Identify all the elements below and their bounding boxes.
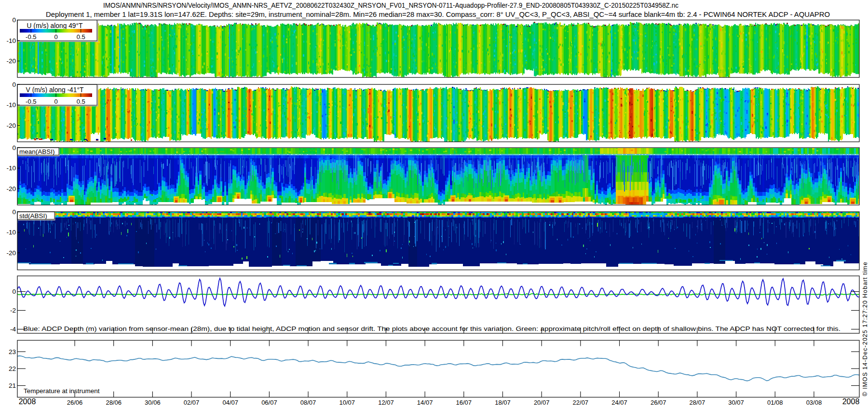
svg-text:18/07: 18/07 (495, 399, 511, 406)
svg-text:IMOS/ANMN/NRS/NRSYON/Velocity/: IMOS/ANMN/NRS/NRSYON/Velocity/IMOS_ANMN-… (103, 1, 678, 9)
svg-text:0.5: 0.5 (77, 33, 85, 41)
svg-text:14/07: 14/07 (417, 399, 433, 406)
svg-text:26/06: 26/06 (67, 399, 83, 406)
svg-text:0: 0 (12, 208, 16, 216)
svg-text:22/07: 22/07 (573, 399, 589, 406)
svg-text:0: 0 (12, 16, 16, 24)
svg-text:-10: -10 (6, 101, 16, 109)
svg-text:0: 0 (54, 33, 57, 41)
svg-text:-20: -20 (6, 185, 16, 192)
svg-text:0: 0 (12, 81, 16, 88)
svg-text:03/08: 03/08 (806, 399, 822, 406)
svg-text:U (m/s) along 49°T: U (m/s) along 49°T (27, 22, 83, 29)
svg-text:-10: -10 (6, 229, 16, 236)
svg-text:21: 21 (9, 382, 16, 389)
svg-text:mean(ABSI): mean(ABSI) (19, 148, 55, 155)
svg-text:-4: -4 (10, 326, 16, 333)
svg-text:© IMOS 14-Dec-2025 17:27:20 Ho: © IMOS 14-Dec-2025 17:27:20 Hobart time (862, 261, 868, 396)
svg-text:V (m/s) along -41°T: V (m/s) along -41°T (26, 86, 84, 94)
svg-text:24/07: 24/07 (611, 399, 627, 406)
svg-text:-10: -10 (6, 37, 16, 44)
svg-text:02/07: 02/07 (184, 399, 200, 406)
svg-text:01/08: 01/08 (767, 399, 783, 406)
svg-text:0: 0 (12, 144, 16, 151)
svg-text:0: 0 (54, 98, 57, 105)
svg-text:2008: 2008 (842, 397, 860, 406)
svg-text:16/07: 16/07 (456, 399, 472, 406)
svg-text:Deployment 1, member 1 lat=19.: Deployment 1, member 1 lat=19.31S lon=14… (46, 10, 830, 18)
svg-text:-0.5: -0.5 (26, 98, 36, 105)
svg-text:30/07: 30/07 (728, 399, 744, 406)
svg-text:04/07: 04/07 (222, 399, 238, 406)
svg-text:-20: -20 (6, 57, 16, 65)
svg-text:26/07: 26/07 (651, 399, 666, 406)
svg-text:23: 23 (9, 348, 16, 355)
svg-text:0: 0 (12, 288, 16, 295)
svg-text:28/07: 28/07 (690, 399, 705, 406)
svg-text:30/06: 30/06 (145, 399, 161, 406)
svg-text:-20: -20 (6, 122, 16, 129)
svg-text:2008: 2008 (19, 397, 36, 406)
svg-text:10/07: 10/07 (339, 399, 355, 406)
svg-text:28/06: 28/06 (106, 399, 122, 406)
svg-text:-0.5: -0.5 (26, 33, 36, 41)
svg-text:0.5: 0.5 (77, 98, 85, 105)
svg-text:12/07: 12/07 (378, 399, 394, 406)
svg-text:-10: -10 (6, 164, 16, 172)
svg-text:20/07: 20/07 (534, 399, 550, 406)
svg-text:06/07: 06/07 (261, 399, 277, 406)
svg-text:22: 22 (9, 365, 16, 372)
svg-text:-20: -20 (6, 249, 16, 257)
svg-text:-2: -2 (10, 307, 16, 314)
svg-text:Temperature at instrument: Temperature at instrument (24, 387, 100, 395)
svg-text:08/07: 08/07 (300, 399, 316, 406)
svg-text:Blue: ADCP Depth (m) variation: Blue: ADCP Depth (m) variation from sens… (23, 325, 841, 332)
svg-text:std(ABSI): std(ABSI) (19, 212, 47, 219)
